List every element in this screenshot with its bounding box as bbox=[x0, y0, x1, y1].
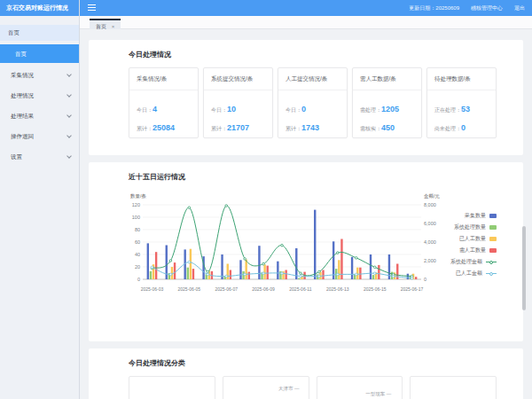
stat-value: 0 bbox=[461, 123, 466, 132]
chevron-down-icon bbox=[66, 92, 72, 98]
svg-text:2025-06-05: 2025-06-05 bbox=[178, 286, 201, 292]
svg-text:数量/条: 数量/条 bbox=[130, 193, 147, 199]
sidebar: 京石交易对账运行情况 首页 首页采集情况处理情况处理结果操作退回设置 bbox=[0, 0, 80, 399]
svg-text:0: 0 bbox=[137, 277, 140, 282]
svg-text:6,000: 6,000 bbox=[424, 221, 436, 226]
combo-chart: 数量/条金额/元02040608010012002,0004,0006,0008… bbox=[129, 184, 497, 318]
sidebar-item-processing-status[interactable]: 处理情况 bbox=[0, 85, 79, 106]
legend-label: 已人工金额 bbox=[456, 270, 482, 278]
stat-label: 尚未处理： bbox=[434, 126, 461, 131]
sidebar-group-home[interactable]: 首页 bbox=[0, 25, 79, 41]
legend-item[interactable]: 系统处理金额 bbox=[450, 256, 497, 268]
topbar: 更新日期：20250609 稽核管理中心 退出 bbox=[80, 0, 532, 16]
sidebar-item-label: 采集情况 bbox=[11, 72, 34, 78]
stat-label: 今日： bbox=[137, 107, 153, 113]
stat-label: 今日： bbox=[286, 107, 301, 113]
stat-row: 正在处理：53 bbox=[434, 99, 489, 115]
stat-card-title: 人工提交情况/条 bbox=[278, 68, 347, 90]
stat-card: 需人工数据/条需处理：1205需核实：450 bbox=[352, 67, 422, 138]
section-classify-title: 今日处理情况分类 bbox=[129, 358, 497, 368]
chevron-down-icon bbox=[66, 113, 72, 118]
bar-legend-marker-icon bbox=[489, 225, 497, 230]
sidebar-item-processing-results[interactable]: 处理结果 bbox=[0, 106, 79, 126]
legend-item[interactable]: 已人工数量 bbox=[450, 233, 497, 245]
stat-row: 累计：25084 bbox=[137, 118, 191, 134]
stat-row: 需核实：450 bbox=[360, 118, 414, 134]
svg-text:80: 80 bbox=[135, 227, 140, 232]
chevron-down-icon bbox=[66, 72, 72, 77]
legend-label: 需人工数量 bbox=[459, 246, 486, 254]
chart-legend: 采集数量系统处理数量已人工数量需人工数量系统处理金额已人工金额 bbox=[450, 210, 497, 279]
sidebar-item-settings[interactable]: 设置 bbox=[0, 146, 79, 167]
stat-row: 需处理：1205 bbox=[360, 99, 414, 115]
legend-item[interactable]: 采集数量 bbox=[450, 210, 497, 222]
svg-text:金额/元: 金额/元 bbox=[424, 193, 441, 199]
legend-item[interactable]: 系统处理数量 bbox=[450, 222, 497, 233]
logout-button[interactable]: 退出 bbox=[514, 4, 525, 12]
stat-card: 待处理数据/条正在处理：53尚未处理：0 bbox=[426, 67, 497, 138]
section-today: 今日处理情况 采集情况/条今日：4累计：25084系统提交情况/条今日：10累计… bbox=[89, 40, 523, 155]
stat-row: 今日：4 bbox=[137, 99, 191, 115]
stat-card: 人工提交情况/条今日：0累计：1743 bbox=[278, 67, 348, 138]
legend-label: 系统处理金额 bbox=[450, 258, 482, 266]
stat-row: 今日：0 bbox=[286, 99, 340, 115]
chevron-down-icon bbox=[66, 153, 72, 159]
section-classify: 今日处理情况分类 天津市 —一型现车 — bbox=[89, 348, 523, 399]
classify-card: 一型现车 — bbox=[317, 376, 403, 399]
line-legend-marker-icon bbox=[486, 271, 497, 276]
scrollbar-thumb[interactable] bbox=[522, 226, 526, 310]
legend-label: 系统处理数量 bbox=[454, 223, 486, 231]
chevron-down-icon bbox=[66, 133, 72, 138]
svg-text:8,000: 8,000 bbox=[424, 202, 436, 207]
sidebar-item-home[interactable]: 首页 bbox=[0, 44, 79, 63]
chart-canvas: 数量/条金额/元02040608010012002,0004,0006,0008… bbox=[129, 191, 446, 309]
bar-legend-marker-icon bbox=[489, 214, 497, 218]
stat-value: 1205 bbox=[381, 105, 399, 113]
legend-item[interactable]: 需人工数量 bbox=[450, 245, 497, 256]
svg-text:60: 60 bbox=[135, 239, 140, 245]
stat-row: 尚未处理：0 bbox=[434, 118, 489, 134]
classify-card bbox=[410, 376, 497, 399]
sidebar-item-label: 首页 bbox=[15, 51, 27, 57]
svg-text:2,000: 2,000 bbox=[424, 258, 436, 263]
stat-label: 正在处理： bbox=[434, 107, 461, 113]
legend-label: 采集数量 bbox=[465, 212, 486, 220]
classify-card bbox=[129, 376, 215, 399]
legend-label: 已人工数量 bbox=[459, 235, 486, 243]
stat-row: 今日：10 bbox=[211, 99, 265, 115]
svg-text:20: 20 bbox=[135, 264, 140, 270]
stat-card-title: 系统提交情况/条 bbox=[204, 68, 272, 90]
stat-row: 累计：21707 bbox=[211, 118, 265, 134]
sidebar-item-operation-rollback[interactable]: 操作退回 bbox=[0, 126, 79, 146]
stat-value: 53 bbox=[461, 105, 470, 113]
stat-label: 累计： bbox=[137, 126, 153, 131]
sidebar-item-collection-status[interactable]: 采集情况 bbox=[0, 65, 79, 85]
stat-card-title: 采集情况/条 bbox=[129, 68, 198, 90]
stat-row: 累计：1743 bbox=[286, 118, 340, 134]
stat-value: 10 bbox=[227, 105, 236, 113]
hamburger-icon[interactable] bbox=[80, 0, 103, 16]
svg-text:2025-06-13: 2025-06-13 bbox=[326, 286, 349, 292]
stat-card: 系统提交情况/条今日：10累计：21707 bbox=[203, 67, 273, 138]
section-today-title: 今日处理情况 bbox=[129, 50, 497, 59]
sidebar-item-label: 处理结果 bbox=[11, 113, 34, 119]
update-date-label: 更新日期：20250609 bbox=[409, 4, 459, 12]
stat-value: 0 bbox=[301, 105, 306, 113]
stat-card-title: 需人工数据/条 bbox=[353, 68, 421, 90]
svg-text:0: 0 bbox=[424, 277, 426, 282]
stat-value: 25084 bbox=[153, 123, 175, 132]
stat-card: 采集情况/条今日：4累计：25084 bbox=[129, 67, 199, 138]
center-link[interactable]: 稽核管理中心 bbox=[471, 4, 503, 12]
legend-item[interactable]: 已人工金额 bbox=[450, 268, 497, 279]
stat-label: 需核实： bbox=[360, 126, 381, 131]
sidebar-item-label: 操作退回 bbox=[11, 133, 34, 139]
svg-text:2025-06-17: 2025-06-17 bbox=[401, 286, 424, 292]
svg-text:100: 100 bbox=[132, 215, 140, 220]
sidebar-menu: 首页 首页采集情况处理情况处理结果操作退回设置 bbox=[0, 16, 79, 167]
stat-label: 今日： bbox=[211, 107, 227, 113]
sidebar-item-label: 设置 bbox=[11, 153, 22, 160]
stat-value: 4 bbox=[153, 105, 157, 113]
pie-legend-label: 天津市 — bbox=[278, 386, 300, 392]
stat-label: 需处理： bbox=[360, 107, 381, 113]
tabbar: 首页 × bbox=[80, 16, 532, 29]
